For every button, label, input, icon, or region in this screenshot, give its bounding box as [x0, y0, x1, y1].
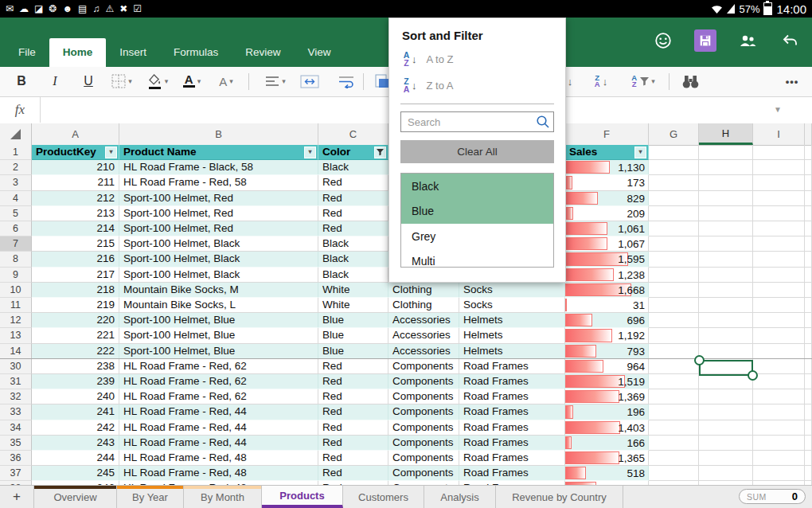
- cell-F14[interactable]: 793: [565, 344, 649, 359]
- cell-edge36[interactable]: [805, 451, 812, 466]
- cell-B5[interactable]: Sport-100 Helmet, Red: [119, 206, 318, 221]
- cell-G13[interactable]: [649, 328, 699, 343]
- selected-cell-H7[interactable]: [699, 360, 753, 376]
- cell-F2[interactable]: 1,130: [565, 160, 649, 175]
- column-header-C[interactable]: C: [318, 123, 388, 145]
- select-all-corner[interactable]: [0, 123, 32, 145]
- filter-option-multi[interactable]: Multi: [401, 249, 553, 268]
- cell-H14[interactable]: [699, 344, 753, 359]
- sheet-tab-overview[interactable]: Overview: [34, 486, 117, 508]
- cell-G32[interactable]: [649, 389, 699, 404]
- cell-H10[interactable]: [699, 283, 753, 298]
- cell-G6[interactable]: [649, 221, 699, 236]
- cell-A2[interactable]: 210: [32, 160, 119, 175]
- sheet-tab-analysis[interactable]: Analysis: [424, 486, 496, 508]
- cell-H5[interactable]: [699, 206, 753, 221]
- sheet-tab-products[interactable]: Products: [262, 486, 343, 508]
- cell-edge9[interactable]: [805, 268, 812, 283]
- cell-B8[interactable]: Sport-100 Helmet, Black: [119, 252, 318, 267]
- filter-active-funnel-icon[interactable]: [374, 147, 386, 158]
- cell-D32[interactable]: Components: [388, 389, 459, 404]
- column-header-A[interactable]: A: [32, 123, 119, 145]
- cell-E14[interactable]: Helmets: [459, 344, 565, 359]
- cell-A6[interactable]: 214: [32, 221, 119, 236]
- cell-B12[interactable]: Sport-100 Helmet, Blue: [119, 313, 318, 328]
- cell-H12[interactable]: [699, 313, 753, 328]
- cell-D13[interactable]: Accessories: [388, 328, 459, 343]
- cell-edge1[interactable]: [805, 145, 812, 160]
- cell-edge32[interactable]: [805, 389, 812, 404]
- cell-D33[interactable]: Components: [388, 404, 459, 420]
- sheet-tab-by-year[interactable]: By Year: [117, 486, 184, 508]
- cell-G34[interactable]: [649, 420, 699, 436]
- cell-F30[interactable]: 964: [565, 359, 649, 374]
- cell-D30[interactable]: Components: [388, 359, 459, 374]
- cell-A13[interactable]: 221: [32, 328, 119, 343]
- row-header-11[interactable]: 11: [0, 298, 32, 313]
- cell-C31[interactable]: Red: [318, 374, 388, 389]
- cell-G30[interactable]: [649, 359, 699, 374]
- cell-A7[interactable]: 215: [32, 236, 119, 252]
- cell-F13[interactable]: 1,192: [565, 328, 649, 343]
- cell-C33[interactable]: Red: [318, 404, 388, 420]
- cell-I5[interactable]: [753, 206, 805, 221]
- row-header-14[interactable]: 14: [0, 344, 32, 359]
- row-header-37[interactable]: 37: [0, 466, 32, 481]
- cell-D35[interactable]: Components: [388, 436, 459, 451]
- cell-G1[interactable]: [649, 145, 699, 160]
- cell-D31[interactable]: Components: [388, 374, 459, 389]
- sort-filter-button[interactable]: AZ ▾: [624, 70, 661, 92]
- cell-H13[interactable]: [699, 328, 753, 343]
- row-header-31[interactable]: 31: [0, 374, 32, 389]
- cell-I33[interactable]: [753, 404, 805, 420]
- cell-I37[interactable]: [753, 466, 805, 481]
- cell-C12[interactable]: Blue: [318, 313, 388, 328]
- cell-A8[interactable]: 216: [32, 252, 119, 267]
- selection-handle-top-left[interactable]: [694, 355, 705, 365]
- font-color-button[interactable]: A ▾: [178, 70, 205, 92]
- cell-F36[interactable]: 1,365: [565, 451, 649, 466]
- cell-I12[interactable]: [753, 313, 805, 328]
- cell-F33[interactable]: 196: [565, 404, 649, 420]
- cell-F10[interactable]: 1,668: [565, 283, 649, 298]
- cell-G7[interactable]: [649, 236, 699, 252]
- filter-dropdown-icon[interactable]: ▾: [304, 147, 316, 158]
- cell-E35[interactable]: Road Frames: [459, 436, 565, 451]
- cell-E31[interactable]: Road Frames: [459, 374, 565, 389]
- merge-cells-button[interactable]: [298, 70, 322, 92]
- cell-I13[interactable]: [753, 328, 805, 343]
- cell-H34[interactable]: [699, 420, 753, 436]
- cell-B7[interactable]: Sport-100 Helmet, Black: [119, 236, 318, 252]
- sheet-tab-customers[interactable]: Customers: [343, 486, 424, 508]
- cell-F34[interactable]: 1,403: [565, 420, 649, 436]
- cell-B13[interactable]: Sport-100 Helmet, Blue: [119, 328, 318, 343]
- cell-A36[interactable]: 244: [32, 451, 119, 466]
- cell-G31[interactable]: [649, 374, 699, 389]
- fill-color-button[interactable]: ▾: [143, 70, 172, 92]
- cell-C3[interactable]: Red: [318, 175, 388, 190]
- cell-G12[interactable]: [649, 313, 699, 328]
- column-header-H[interactable]: H: [699, 123, 753, 145]
- cell-D10[interactable]: Clothing: [388, 283, 459, 298]
- cell-H3[interactable]: [699, 175, 753, 190]
- cell-I2[interactable]: [753, 160, 805, 175]
- cell-G10[interactable]: [649, 283, 699, 298]
- cell-B2[interactable]: HL Road Frame - Black, 58: [119, 160, 318, 175]
- row-header-5[interactable]: 5: [0, 206, 32, 221]
- overflow-menu-button[interactable]: •••: [780, 70, 804, 92]
- cell-B11[interactable]: Mountain Bike Socks, L: [119, 298, 318, 313]
- cell-G11[interactable]: [649, 298, 699, 313]
- cell-B35[interactable]: HL Road Frame - Red, 44: [119, 436, 318, 451]
- cell-edge13[interactable]: [805, 328, 812, 343]
- cell-C10[interactable]: White: [318, 283, 388, 298]
- column-header-edge[interactable]: [805, 123, 812, 145]
- cell-G9[interactable]: [649, 268, 699, 283]
- formula-bar-expand-icon[interactable]: ▼: [774, 105, 782, 114]
- filter-search-input[interactable]: [400, 111, 554, 132]
- cell-H32[interactable]: [699, 389, 753, 404]
- cell-F31[interactable]: 1,519: [565, 374, 649, 389]
- cell-G2[interactable]: [649, 160, 699, 175]
- selection-handle-bottom-right[interactable]: [748, 370, 758, 381]
- cell-edge31[interactable]: [805, 374, 812, 389]
- cell-G35[interactable]: [649, 436, 699, 451]
